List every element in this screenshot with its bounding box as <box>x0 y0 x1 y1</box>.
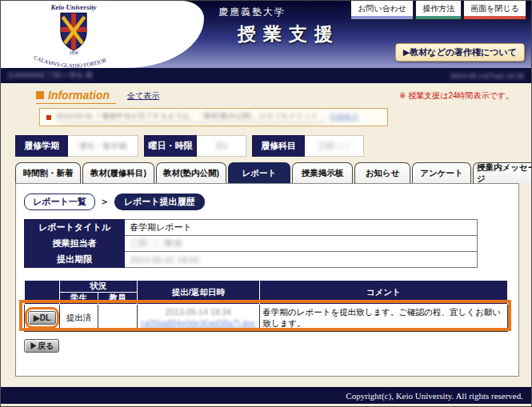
logo-university-en: Keio University <box>22 3 126 11</box>
report-title-value-text: 春学期レポート <box>130 222 192 232</box>
keio-class-support-page: { "header": { "logo": { "university_en":… <box>0 0 532 407</box>
filter-day-period-value: 月1 <box>197 135 246 157</box>
header-nav-buttons: お問い合わせ 操作方法 画面を閉じる <box>350 1 526 20</box>
app-title: 授業支援 <box>238 22 340 46</box>
tab-survey[interactable]: アンケート <box>412 162 471 183</box>
dl-cell: ▶DL <box>25 305 60 332</box>
material-copyright-button[interactable]: ▶教材などの著作権について <box>395 43 525 62</box>
breadcrumb: レポート一覧 ＞ レポート提出履歴 <box>24 194 205 210</box>
filter-subject-value-text: 三田〇〇 <box>318 141 350 152</box>
deadline-value: 2013-05-31 18:00 <box>125 252 478 268</box>
help-button-label: 操作方法 <box>422 4 454 13</box>
comment-cell: 春学期のレポートを提出致します。ご確認の程、宜しくお願い致します。 <box>259 305 507 332</box>
table-row: 授業担当者 三田〇〇教授 <box>25 236 478 252</box>
help-button[interactable]: 操作方法 <box>415 1 462 20</box>
deadline-label: 提出期限 <box>25 252 125 268</box>
information-item-link[interactable]: 詳細表示 <box>330 112 359 122</box>
tab-timetable[interactable]: 時間割・新着 <box>15 162 81 183</box>
dl-column-header <box>25 281 60 305</box>
submission-row: ▶DL 提出済 2013-05-14 18:34 (a05ba884e0de30… <box>25 305 508 332</box>
information-title: Information <box>36 89 116 104</box>
main-tab-bar: 時間割・新着 教材(履修科目) 教材(塾内公開) レポート 授業掲示板 お知らせ… <box>15 162 532 183</box>
download-button[interactable]: ▶DL <box>28 311 56 325</box>
instructor-value-text: 三田〇〇教授 <box>130 238 182 248</box>
report-detail-table: レポートタイトル 春学期レポート 授業担当者 三田〇〇教授 提出期限 2013-… <box>24 219 478 268</box>
keio-logo: Keio University 1858 CALAMVS GLADIO FORT… <box>22 3 126 76</box>
copyright-text: Copyright(c), Keio University. All right… <box>346 391 523 401</box>
contact-button-label: お問い合わせ <box>358 4 406 13</box>
submission-history-label: レポート提出履歴 <box>114 194 205 210</box>
information-square-icon <box>36 91 44 99</box>
report-content-panel: レポート一覧 ＞ レポート提出履歴 レポートタイトル 春学期レポート 授業担当者… <box>15 183 519 377</box>
submission-history-table: 状況 提出/返却日時 コメント 学生 教員 ▶DL 提出済 2013-05-14… <box>24 280 508 332</box>
close-screen-button[interactable]: 画面を閉じる <box>463 1 526 20</box>
report-title-value: 春学期レポート <box>125 220 478 236</box>
filter-day-period-value-text: 月1 <box>215 141 228 152</box>
show-all-link[interactable]: 全て表示 <box>127 90 159 104</box>
tab-materials-public[interactable]: 教材(塾内公開) <box>156 162 226 183</box>
contact-button-accent <box>351 16 413 19</box>
information-header-row: Information 全て表示 <box>36 89 159 104</box>
back-button[interactable]: ▶戻る <box>24 339 59 353</box>
submission-datetime: 2013-05-14 18:34 <box>141 307 256 318</box>
deadline-value-text: 2013-05-31 18:00 <box>130 255 199 265</box>
current-datetime: 2013-05-14(Tue) 18:35 <box>450 72 524 80</box>
contact-button[interactable]: お問い合わせ <box>350 1 414 20</box>
filter-gap <box>138 135 144 157</box>
bullet-icon <box>46 115 51 120</box>
table-row: 提出期限 2013-05-31 18:00 <box>25 252 478 268</box>
tab-class-board[interactable]: 授業掲示板 <box>292 162 353 183</box>
dl-highlight-ring: ▶DL <box>28 311 56 325</box>
university-name-ja: 慶應義塾大学 <box>218 6 286 19</box>
filter-term-label: 履修学期 <box>15 135 68 157</box>
filter-gap <box>246 135 252 157</box>
filter-subject-label: 履修科目 <box>252 135 305 157</box>
close-screen-button-accent <box>464 16 526 19</box>
teacher-header: 教員 <box>98 293 138 305</box>
submission-file-link[interactable]: (a05ba884e0de30ad38a7).doc <box>141 318 256 329</box>
information-item-box: 2013-03-31 ＊履修申告が完了するまでは、「教材(塾内公開)」のタブをク… <box>39 108 388 126</box>
student-header: 学生 <box>60 293 98 305</box>
tab-report[interactable]: レポート <box>228 162 290 183</box>
tab-materials-courses[interactable]: 教材(履修科目) <box>82 162 154 183</box>
submission-datetime-cell: 2013-05-14 18:34 (a05ba884e0de30ad38a7).… <box>137 305 259 332</box>
information-item-text: 2013-03-31 ＊履修申告が完了するまでは、「教材(塾内公開)」のタブをク… <box>56 111 326 123</box>
table-header-row: 状況 提出/返却日時 コメント <box>25 281 508 293</box>
svg-text:CALAMVS GLADIO FORTIOR: CALAMVS GLADIO FORTIOR <box>33 55 108 70</box>
course-filter-bar: 履修学期 通年・春学期 曜日・時限 月1 履修科目 三田〇〇 <box>15 135 364 157</box>
keio-shield-icon <box>55 12 92 52</box>
information-title-text: Information <box>48 89 110 102</box>
close-screen-button-label: 画面を閉じる <box>470 4 519 13</box>
table-row: レポートタイトル 春学期レポート <box>25 220 478 236</box>
breadcrumb-separator: ＞ <box>100 195 110 209</box>
filter-subject-value: 三田〇〇 <box>305 135 364 157</box>
help-button-accent <box>416 16 461 19</box>
page-footer: Copyright(c), Keio University. All right… <box>1 387 531 404</box>
logged-in-user: [14000004] 三田○○学生 様 <box>8 70 93 81</box>
tab-class-message[interactable]: 授業内メッセージ <box>473 162 532 183</box>
24h-notice: ※ 授業支援は24時間表示です。 <box>399 90 514 102</box>
filter-day-period-label: 曜日・時限 <box>144 135 197 157</box>
datetime-header: 提出/返却日時 <box>137 281 259 305</box>
instructor-label: 授業担当者 <box>25 236 125 252</box>
instructor-value: 三田〇〇教授 <box>125 236 478 252</box>
report-title-label: レポートタイトル <box>25 220 125 236</box>
comment-header: コメント <box>259 281 507 305</box>
tab-news[interactable]: お知らせ <box>354 162 410 183</box>
student-status-cell: 提出済 <box>60 305 98 332</box>
teacher-status-cell <box>98 305 138 332</box>
page-header: Keio University 1858 CALAMVS GLADIO FORT… <box>1 1 531 68</box>
filter-term-value: 通年・春学期 <box>68 135 138 157</box>
status-bar: [14000004] 三田○○学生 様 2013-05-14(Tue) 18:3… <box>1 68 531 83</box>
filter-term-value-text: 通年・春学期 <box>79 141 127 152</box>
status-group-header: 状況 <box>60 281 138 293</box>
report-list-button[interactable]: レポート一覧 <box>24 194 95 210</box>
